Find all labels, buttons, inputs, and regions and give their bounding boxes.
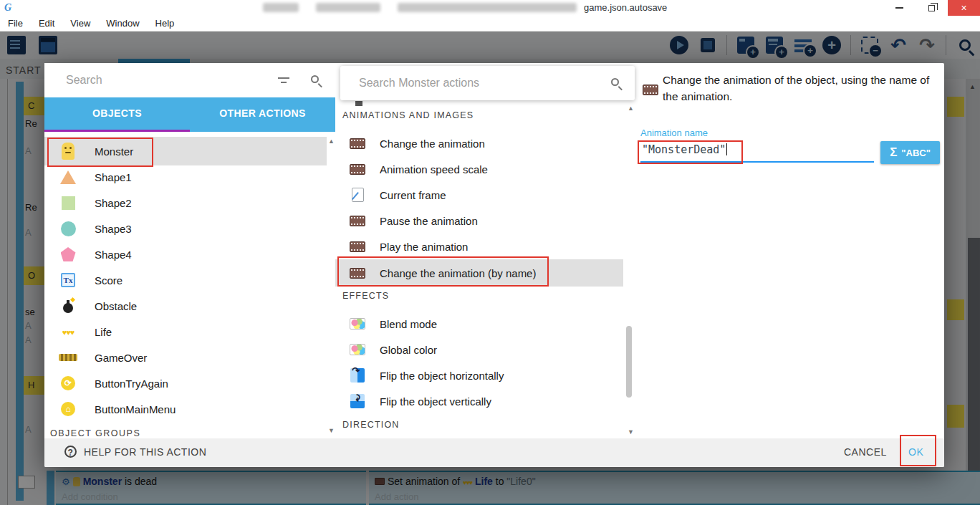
menu-edit[interactable]: Edit [31,16,62,32]
menu-help[interactable]: Help [148,16,183,32]
close-button[interactable]: × [948,0,980,16]
action-label: Pause the animation [380,215,478,227]
action-row-flip-the-object-vertically[interactable]: Flip the object vertically [335,388,623,414]
object-row-life[interactable]: Life [44,319,327,345]
title-bar: G game.json.autosave × [0,0,980,16]
tab-objects[interactable]: OBJECTS [44,97,190,132]
object-name: GameOver [95,352,147,364]
object-name: Shape4 [95,249,132,261]
menu-window[interactable]: Window [98,16,147,32]
object-row-buttonmainmenu[interactable]: ButtonMainMenu [44,396,327,422]
expression-editor-button[interactable]: Σ "ABC" [880,141,940,164]
blend-icon [350,318,365,330]
actions-search-input[interactable] [359,73,588,93]
blend-icon [350,344,365,355]
object-row-shape3[interactable]: Shape3 [44,216,327,241]
film-icon [643,85,658,95]
object-row-shape4[interactable]: Shape4 [44,241,327,267]
object-row-gameover[interactable]: GameOver [44,345,327,370]
action-row-play-the-animation[interactable]: Play the animation [335,234,623,259]
dialog-footer: ? HELP FOR THIS ACTION CANCEL OK [44,438,944,467]
object-list: MonsterShape1Shape2Shape3Shape4ScoreObst… [44,132,335,438]
scroll-up-arrow-icon[interactable]: ▲ [628,105,634,112]
object-name: Score [95,274,123,287]
restore-button[interactable] [916,0,948,16]
action-row-current-frame[interactable]: Current frame [335,182,623,208]
menu-bar: FileEditViewWindowHelp [0,16,980,32]
objects-column: OBJECTSOTHER ACTIONS MonsterShape1Shape2… [44,63,335,438]
filter-icon[interactable] [278,77,289,84]
action-row-global-color[interactable]: Global color [335,337,623,362]
scroll-down-arrow-icon[interactable]: ▼ [328,427,335,434]
action-parameters-panel: Change the animation of the object, usin… [636,63,944,438]
actions-search-bar [340,66,635,100]
section-header: DIRECTION [342,420,400,430]
cancel-button[interactable]: CANCEL [844,446,887,458]
object-name: ButtonTryAgain [95,377,168,390]
action-label: Blend mode [380,318,437,330]
object-row-shape1[interactable]: Shape1 [44,164,327,190]
object-groups-header: OBJECT GROUPS [50,428,140,438]
window-title: game.json.autosave [584,2,667,13]
triangle-icon [60,170,76,184]
scroll-up-arrow-icon[interactable]: ▲ [328,138,335,145]
scroll-down-arrow-icon[interactable]: ▼ [628,428,634,436]
text-object-icon [61,273,75,287]
action-label: Flip the object horizontally [380,370,504,382]
action-label: Flip the object vertically [380,395,491,408]
objects-search-input[interactable] [66,70,266,90]
object-name: Shape1 [95,171,132,183]
object-row-buttontryagain[interactable]: ButtonTryAgain [44,370,327,396]
hearts-icon [62,325,75,338]
object-name: ButtonMainMenu [95,403,176,415]
objects-search-bar [44,63,335,97]
annotation-box-animation-name-input [638,140,743,164]
annotation-box-change-animation-by-name [337,256,549,287]
action-label: Animation speed scale [380,163,488,175]
action-list: ANIMATIONS AND IMAGESChange the animatio… [335,63,636,438]
object-row-score[interactable]: Score [44,267,327,293]
menu-file[interactable]: File [0,16,31,32]
circle-icon [61,221,76,236]
search-icon [311,75,319,83]
home-button-icon [61,402,75,416]
film-icon [350,216,365,226]
film-icon [350,164,365,175]
animation-name-label: Animation name [640,128,708,138]
action-row-change-the-animation[interactable]: Change the animation [335,130,623,156]
banner-icon [59,354,77,361]
title-redacted-text [263,3,577,12]
action-row-pause-the-animation[interactable]: Pause the animation [335,208,623,234]
tab-other-actions[interactable]: OTHER ACTIONS [190,97,335,132]
annotation-box-monster [47,138,153,167]
action-label: Change the animation [380,138,485,150]
object-name: Shape2 [95,197,132,209]
action-label: Global color [380,344,437,356]
menu-view[interactable]: View [62,16,98,32]
actions-scrollbar-thumb[interactable] [626,326,632,398]
object-row-shape2[interactable]: Shape2 [44,190,327,216]
flip-h-icon [350,368,365,383]
action-row-flip-the-object-horizontally[interactable]: Flip the object horizontally [335,362,623,388]
film-icon [350,138,365,149]
object-name: Obstacle [95,300,137,312]
help-button[interactable]: ? HELP FOR THIS ACTION [64,446,206,458]
question-mark-icon: ? [64,446,77,458]
gdevelop-logo-icon: G [4,2,16,14]
square-icon [62,196,75,210]
flip-v-icon [350,394,365,408]
action-label: Current frame [380,189,446,201]
annotation-box-ok [900,435,936,466]
pentagon-icon [61,247,76,261]
object-row-obstacle[interactable]: Obstacle [44,293,327,319]
section-header: EFFECTS [342,291,389,301]
film-icon [350,241,365,252]
bomb-icon [63,303,73,313]
actions-column: ANIMATIONS AND IMAGESChange the animatio… [335,63,636,438]
action-row-animation-speed-scale[interactable]: Animation speed scale [335,156,623,182]
retry-button-icon [61,376,75,390]
object-name: Shape3 [95,223,132,235]
frame-icon [352,188,364,202]
action-row-blend-mode[interactable]: Blend mode [335,311,623,337]
minimize-button[interactable] [883,0,916,16]
